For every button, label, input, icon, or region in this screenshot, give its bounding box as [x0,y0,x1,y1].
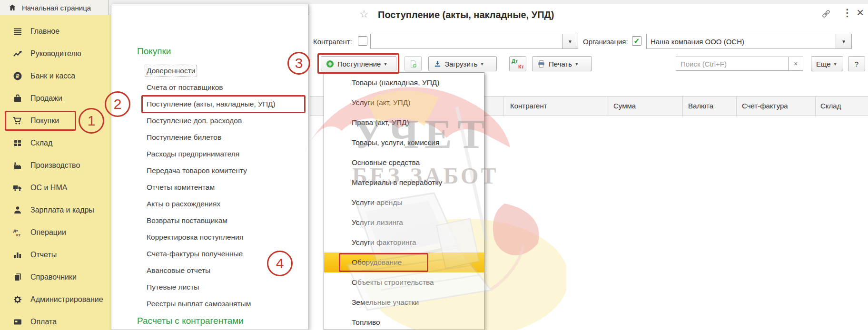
caret-down-icon: ▾ [384,61,386,67]
menu-item-supplier-invoices[interactable]: Счета от поставщиков [111,79,308,96]
sidebar-item-salary[interactable]: Зарплата и кадры [0,199,111,221]
sidebar-item-payment[interactable]: Оплата [0,311,111,330]
grid-icon [12,138,23,148]
organization-label: Организация: [583,38,628,46]
clear-search-icon[interactable]: × [788,57,803,71]
section-title-purchases: Покупки [137,46,171,57]
column-header-counterparty[interactable]: Контрагент [510,102,547,110]
app-root: Начальная страница Главное Руководителю … [0,0,868,330]
dropdown-item-equipment[interactable]: Оборудование [324,252,484,272]
counterparty-label: Контрагент: [313,38,352,46]
new-document-icon [409,60,417,68]
gear-icon [12,295,23,304]
organization-checkbox[interactable] [632,36,641,46]
menu-item-advance-reports[interactable]: Авансовые отчеты [111,262,308,279]
ruble-icon: ₽ [12,71,23,81]
dropdown-item-goods[interactable]: Товары (накладная, УПД) [324,73,484,93]
svg-text:Кт: Кт [16,233,20,237]
caret-down-icon: ▾ [834,61,837,67]
tab-home-label: Начальная страница [22,4,91,12]
dropdown-item-materials-processing[interactable]: Материалы в переработку [324,173,484,193]
receipt-create-button[interactable]: Поступление ▾ [321,56,396,71]
print-button[interactable]: Печать ▾ [532,56,592,71]
download-icon [434,60,442,68]
favorite-star-icon[interactable]: ☆ [359,8,369,20]
dt-kt-postings-button[interactable]: Дт Кт [509,56,526,71]
caret-down-icon: ▾ [481,61,483,67]
menu-item-self-employed-registers[interactable]: Реестры выплат самозанятым [111,295,308,312]
menu-item-received-invoices[interactable]: Счета-фактуры полученные [111,245,308,262]
organization-field: ▼ [646,34,852,49]
sidebar-item-directories[interactable]: Справочники [0,266,111,288]
sidebar-item-bank[interactable]: ₽ Банк и касса [0,65,111,87]
sidebar-item-warehouse[interactable]: Склад [0,132,111,154]
dropdown-item-fixed-assets[interactable]: Основные средства [324,153,484,173]
menu-item-goods-transfer[interactable]: Передача товаров комитенту [111,162,308,179]
counterparty-checkbox[interactable] [358,36,367,46]
window-title: Поступление (акты, накладные, УПД) [378,10,554,20]
organization-dropdown-button[interactable]: ▼ [836,34,852,49]
menu-item-waybills[interactable]: Путевые листы [111,279,308,295]
bag-icon [12,94,23,103]
sidebar-item-sales[interactable]: Продажи [0,87,111,109]
menu-item-entrepreneur-expenses[interactable]: Расходы предпринимателя [111,146,308,162]
sidebar: Главное Руководителю ₽ Банк и касса Прод… [0,15,111,330]
sidebar-item-reports[interactable]: Отчеты [0,243,111,266]
sidebar-item-operations[interactable]: ДтКт Операции [0,221,111,243]
menu-icon [12,27,23,36]
dropdown-item-rent-services[interactable]: Услуги аренды [324,193,484,213]
column-separator [503,97,503,116]
card-icon [12,317,23,327]
column-header-invoice[interactable]: Счет-фактура [742,102,788,110]
dropdown-item-factoring-services[interactable]: Услуги факторинга [324,233,484,252]
link-icon[interactable] [821,9,831,21]
column-separator [608,97,608,116]
load-button[interactable]: Загрузить ▾ [428,56,497,71]
organization-input[interactable] [646,34,836,49]
purchases-flyout-panel: Покупки Доверенности Счета от поставщико… [111,4,308,330]
counterparty-field: ▼ [370,34,578,49]
column-header-warehouse[interactable]: Склад [820,102,841,110]
dropdown-item-services[interactable]: Услуги (акт, УПД) [324,93,484,113]
sidebar-item-administration[interactable]: Администрирование [0,288,111,311]
menu-item-receipts-acts[interactable]: Поступление (акты, накладные, УПД) [111,96,308,112]
more-menu-dots-icon[interactable]: ⋮ [842,7,852,19]
sidebar-item-purchases[interactable]: Покупки [0,109,111,132]
section-title-settlements: Расчеты с контрагентами [137,316,244,326]
receipt-type-dropdown: Товары (накладная, УПД) Услуги (акт, УПД… [324,72,484,330]
dropdown-item-fuel[interactable]: Топливо [324,312,484,330]
column-separator [682,97,683,116]
more-button[interactable]: Еще ▾ [811,56,843,71]
menu-item-discrepancy-acts[interactable]: Акты о расхождениях [111,195,308,212]
sidebar-item-os-nma[interactable]: ОС и НМА [0,176,111,199]
column-header-currency[interactable]: Валюта [688,102,713,110]
dropdown-item-rights[interactable]: Права (акт, УПД) [324,113,484,133]
plus-circle-icon [326,60,334,68]
sidebar-item-manager[interactable]: Руководителю [0,42,111,65]
help-button[interactable]: ? [848,56,865,71]
dropdown-item-goods-services-commission[interactable]: Товары, услуги, комиссия [324,133,484,153]
printer-icon [537,60,545,68]
dropdown-item-land-plots[interactable]: Земельные участки [324,292,484,312]
menu-item-receipt-correction[interactable]: Корректировка поступления [111,229,308,245]
close-icon[interactable]: × [857,5,864,20]
counterparty-dropdown-button[interactable]: ▼ [562,34,578,49]
svg-text:₽: ₽ [16,73,20,79]
sidebar-item-main[interactable]: Главное [0,20,111,42]
person-icon [12,205,23,215]
menu-item-additional-expenses[interactable]: Поступление доп. расходов [111,112,308,129]
tab-home-page[interactable]: Начальная страница [0,0,109,15]
counterparty-input[interactable] [370,34,562,49]
column-header-amount[interactable]: Сумма [613,102,636,110]
menu-item-ticket-receipts[interactable]: Поступление билетов [111,129,308,146]
caret-down-icon: ▾ [575,61,578,67]
sidebar-item-production[interactable]: Производство [0,154,111,176]
menu-item-consignor-reports[interactable]: Отчеты комитентам [111,179,308,195]
menu-item-supplier-returns[interactable]: Возвраты поставщикам [111,212,308,229]
menu-item-attorneys[interactable]: Доверенности [111,62,308,79]
search-input[interactable] [676,57,788,71]
copy-document-button[interactable] [404,56,422,71]
dropdown-item-construction-objects[interactable]: Объекты строительства [324,272,484,292]
dropdown-item-leasing-services[interactable]: Услуги лизинга [324,213,484,233]
column-separator [736,97,737,116]
